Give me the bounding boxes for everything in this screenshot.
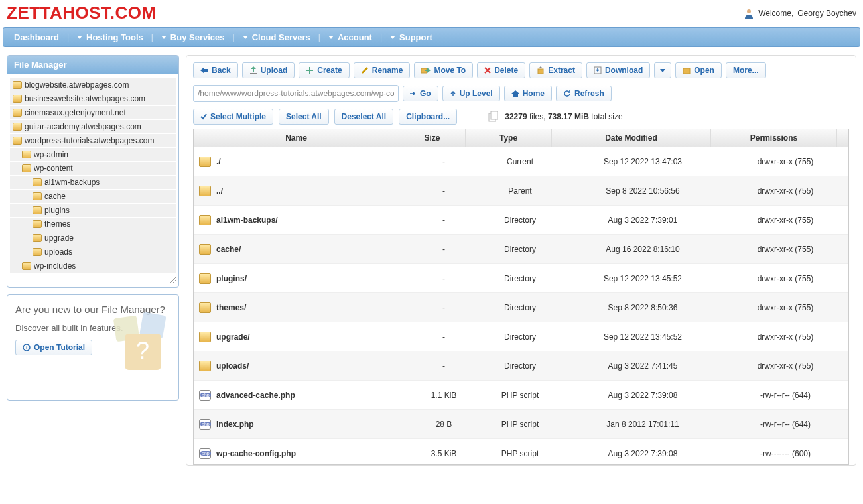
table-row[interactable]: upgrade/-DirectorySep 12 2022 13:45:52dr…	[194, 322, 848, 351]
tree-node[interactable]: wp-content	[10, 162, 176, 175]
file-manager-panel: File Manager blogwebsite.atwebpages.comb…	[7, 55, 179, 288]
more-label: More...	[733, 66, 759, 75]
open-button[interactable]: Open	[675, 62, 722, 78]
table-row[interactable]: themes/-DirectorySep 8 2022 8:50:36drwxr…	[194, 293, 848, 322]
tree-node-label: cache	[44, 192, 66, 201]
cell-perm: -rw------- (600)	[722, 444, 848, 464]
php-icon	[199, 390, 211, 401]
table-row[interactable]: index.php28 BPHP scriptJan 8 2012 17:01:…	[194, 410, 848, 439]
delete-button[interactable]: Delete	[477, 62, 525, 78]
tree-node-label: wp-content	[34, 164, 73, 173]
move-to-button[interactable]: Move To	[414, 62, 473, 78]
table-row[interactable]: advanced-cache.php1.1 KiBPHP scriptAug 3…	[194, 381, 848, 410]
tree-node[interactable]: blogwebsite.atwebpages.com	[10, 78, 176, 92]
create-button[interactable]: Create	[299, 62, 349, 78]
svg-rect-11	[683, 68, 690, 74]
cell-name: cache/	[194, 239, 411, 260]
path-input[interactable]	[193, 85, 399, 102]
tree-node[interactable]: cache	[10, 190, 176, 203]
tree-node[interactable]: plugins	[10, 204, 176, 217]
caret-down-icon	[77, 36, 82, 39]
tree-node[interactable]: cinemasux.getenjoyment.net	[10, 106, 176, 119]
nav-item-dashboard[interactable]: Dashboard	[7, 28, 66, 46]
cell-name: ../	[194, 180, 411, 202]
folder-icon	[13, 81, 22, 89]
refresh-icon	[563, 90, 571, 97]
nav-label: Account	[338, 32, 372, 42]
resize-handle-icon[interactable]	[169, 276, 177, 284]
tree-node-label: themes	[44, 220, 70, 229]
home-button[interactable]: Home	[504, 86, 552, 101]
welcome-bar: Welcome, Georgy Boychev	[744, 8, 856, 19]
clipboard-label: Clipboard...	[406, 112, 450, 121]
tree-node-label: wordpress-tutorials.atwebpages.com	[25, 136, 154, 145]
refresh-label: Refresh	[574, 89, 604, 98]
col-name-header[interactable]: Name	[194, 129, 399, 147]
tree-node[interactable]: upgrade	[10, 231, 176, 245]
stats-row: Select Multiple Select All Deselect All …	[193, 109, 849, 125]
table-row[interactable]: ./-CurrentSep 12 2022 13:47:03drwxr-xr-x…	[194, 147, 848, 176]
table-row[interactable]: ../-ParentSep 8 2022 10:56:56drwxr-xr-x …	[194, 176, 848, 206]
tree-node-label: uploads	[44, 247, 72, 257]
cell-perm: drwxr-xr-x (755)	[722, 298, 848, 318]
col-size-header[interactable]: Size	[399, 129, 466, 147]
file-name: advanced-cache.php	[216, 391, 295, 400]
cell-perm: -rw-r--r-- (644)	[722, 385, 848, 405]
folder-icon	[199, 157, 211, 167]
go-button[interactable]: Go	[403, 86, 438, 101]
cell-date: Sep 8 2022 8:50:36	[563, 298, 722, 318]
tree-node[interactable]: uploads	[10, 245, 176, 259]
nav-item-account[interactable]: Account	[322, 28, 379, 46]
home-icon	[511, 90, 519, 97]
tree-node-label: ai1wm-backups	[44, 178, 100, 187]
refresh-button[interactable]: Refresh	[556, 86, 612, 101]
action-toolbar: Back Upload Create Rename Move To Delete…	[193, 62, 849, 78]
arrow-right-icon	[410, 90, 417, 97]
tree-node[interactable]: themes	[10, 218, 176, 231]
nav-item-cloud-servers[interactable]: Cloud Servers	[236, 28, 317, 46]
rename-button[interactable]: Rename	[354, 62, 411, 78]
table-row[interactable]: uploads/-DirectoryAug 3 2022 7:41:45drwx…	[194, 351, 848, 381]
tree-node[interactable]: ai1wm-backups	[10, 176, 176, 189]
caret-down-icon	[660, 69, 665, 72]
nav-item-buy-services[interactable]: Buy Services	[155, 28, 232, 46]
tree-node[interactable]: businesswebsite.atwebpages.com	[10, 92, 176, 105]
upload-button[interactable]: Upload	[242, 62, 295, 78]
tree-node[interactable]: wp-admin	[10, 148, 176, 161]
tutorial-illustration: ?	[101, 307, 174, 380]
up-level-button[interactable]: Up Level	[442, 86, 500, 101]
brand-logo[interactable]: ZETTAHOST.COM	[7, 3, 157, 23]
download-dropdown-button[interactable]	[654, 62, 671, 78]
col-perm-header[interactable]: Permissions	[711, 129, 837, 147]
col-type-header[interactable]: Type	[466, 129, 552, 147]
cell-type: Directory	[477, 298, 563, 318]
cell-date: Aug 3 2022 7:39:01	[563, 210, 722, 230]
cell-name: upgrade/	[194, 326, 411, 347]
more-button[interactable]: More...	[726, 62, 766, 78]
file-name: ai1wm-backups/	[216, 216, 278, 225]
cell-size: -	[411, 298, 477, 318]
cell-date: Sep 12 2022 13:47:03	[563, 152, 722, 172]
table-row[interactable]: cache/-DirectoryAug 16 2022 8:16:10drwxr…	[194, 235, 848, 264]
nav-item-hosting-tools[interactable]: Hosting Tools	[70, 28, 150, 46]
clipboard-button[interactable]: Clipboard...	[399, 109, 457, 125]
extract-button[interactable]: Extract	[529, 62, 582, 78]
tree-node[interactable]: guitar-academy.atwebpages.com	[10, 120, 176, 133]
grid-body[interactable]: ./-CurrentSep 12 2022 13:47:03drwxr-xr-x…	[194, 147, 848, 464]
open-tutorial-button[interactable]: i Open Tutorial	[15, 340, 92, 355]
back-button[interactable]: Back	[193, 62, 238, 78]
table-row[interactable]: wp-cache-config.php3.5 KiBPHP scriptAug …	[194, 439, 848, 464]
deselect-all-button[interactable]: Deselect All	[334, 109, 394, 125]
tree-node[interactable]: wordpress-tutorials.atwebpages.com	[10, 134, 176, 147]
deselect-all-label: Deselect All	[342, 112, 387, 121]
select-all-button[interactable]: Select All	[279, 109, 329, 125]
caret-down-icon	[328, 36, 334, 39]
col-date-header[interactable]: Date Modified	[552, 129, 711, 147]
nav-item-support[interactable]: Support	[383, 28, 439, 46]
tree-node[interactable]: wp-includes	[10, 259, 176, 273]
select-multiple-button[interactable]: Select Multiple	[193, 109, 273, 125]
download-button[interactable]: Download	[586, 62, 650, 78]
cell-date: Aug 3 2022 7:39:08	[563, 444, 722, 464]
table-row[interactable]: plugins/-DirectorySep 12 2022 13:45:52dr…	[194, 264, 848, 293]
table-row[interactable]: ai1wm-backups/-DirectoryAug 3 2022 7:39:…	[194, 206, 848, 235]
